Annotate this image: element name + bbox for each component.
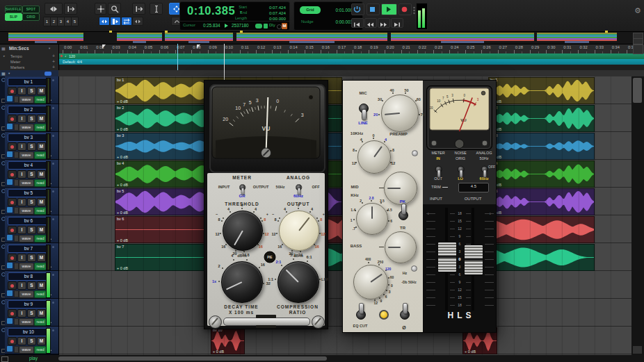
- track-view-selector[interactable]: wave: [19, 207, 34, 215]
- track-name[interactable]: bv 5: [8, 189, 49, 197]
- transport-menu-icon[interactable]: [413, 5, 415, 13]
- track-view-selector[interactable]: wave: [19, 151, 34, 159]
- v-scrollbar-handle[interactable]: [633, 78, 642, 103]
- expander-icon[interactable]: ▸: [3, 54, 5, 58]
- track-header[interactable]: bv 1ISMwaveread: [5, 76, 59, 105]
- timeline-ruler[interactable]: 0:000:010:020:030:040:050:060:070:080:09…: [58, 44, 644, 54]
- play-button[interactable]: [381, 3, 397, 15]
- record-arm-button[interactable]: [8, 337, 17, 345]
- pie-decay-knob[interactable]: [221, 261, 263, 303]
- mute-button[interactable]: M: [37, 87, 46, 95]
- track-view-selector[interactable]: wave: [19, 290, 34, 298]
- input-monitor-button[interactable]: I: [17, 170, 26, 179]
- tab-to-transient-button[interactable]: [132, 17, 143, 26]
- record-arm-button[interactable]: [8, 198, 17, 206]
- record-arm-button[interactable]: [8, 170, 17, 179]
- record-arm-button[interactable]: [8, 87, 17, 95]
- track-view-selector[interactable]: wave: [19, 96, 34, 104]
- elastic-audio-icon[interactable]: [14, 96, 19, 103]
- zoom-toggle-buttons[interactable]: [45, 3, 63, 15]
- audio-clip[interactable]: bv 3+ 0 dB: [488, 133, 595, 160]
- mute-button[interactable]: M: [37, 309, 46, 318]
- v-scrollbar-button[interactable]: [633, 346, 642, 354]
- timebase-icon[interactable]: [7, 318, 13, 324]
- zoom-preset-5[interactable]: 5: [71, 17, 79, 26]
- track-menu-dot[interactable]: [52, 246, 54, 248]
- chevron-down-icon[interactable]: ▾: [49, 47, 50, 50]
- mute-button[interactable]: M: [37, 170, 46, 179]
- hls-10khz-knob[interactable]: [357, 140, 391, 174]
- h-scrollbar[interactable]: play: [0, 355, 644, 362]
- track-name[interactable]: bv 1: [8, 78, 49, 86]
- elastic-audio-icon[interactable]: [14, 263, 19, 270]
- track-header[interactable]: bv 4ISMwaveread: [5, 160, 59, 188]
- solo-button[interactable]: S: [27, 281, 36, 290]
- universe-view-tab[interactable]: [188, 41, 209, 43]
- add-tempo-button[interactable]: +: [52, 54, 55, 58]
- go-to-end-button[interactable]: [391, 18, 403, 28]
- track-menu-dot[interactable]: [52, 274, 54, 276]
- track-menu-dot[interactable]: [52, 329, 54, 331]
- add-markers-button[interactable]: +: [52, 65, 55, 69]
- marker-dot-icon[interactable]: [165, 31, 168, 33]
- elastic-audio-icon[interactable]: [14, 290, 19, 297]
- input-monitor-button[interactable]: I: [17, 115, 26, 123]
- track-name[interactable]: bv 8: [8, 272, 49, 281]
- timebase-icon[interactable]: [7, 346, 13, 352]
- tempo-value[interactable]: 120: [69, 54, 75, 58]
- trimmer-tool-button[interactable]: [132, 3, 145, 15]
- track-name[interactable]: bv 4: [8, 161, 49, 170]
- track-view-selector[interactable]: wave: [19, 263, 34, 270]
- universe-clip-block[interactable]: [117, 33, 162, 41]
- hls-preamp-knob[interactable]: [381, 94, 419, 132]
- mute-button[interactable]: M: [37, 337, 46, 345]
- pie-ratio-knob[interactable]: [277, 261, 319, 303]
- h-scrollbar-handle[interactable]: [58, 356, 327, 361]
- timebase-icon[interactable]: [7, 96, 13, 101]
- automation-mode-button[interactable]: read: [34, 290, 47, 298]
- elastic-audio-icon[interactable]: [14, 151, 19, 158]
- universe-view-tab[interactable]: [35, 41, 57, 43]
- universe-clip-block[interactable]: [236, 33, 387, 41]
- timebase-icon[interactable]: [7, 151, 13, 157]
- universe-view-tab[interactable]: [565, 41, 589, 43]
- v-scrollbar[interactable]: [631, 76, 644, 355]
- universe-scroll-buttons[interactable]: [633, 38, 643, 44]
- input-monitor-button[interactable]: I: [17, 142, 26, 151]
- online-button[interactable]: [351, 3, 364, 15]
- link-timeline-edit-button[interactable]: [99, 17, 110, 26]
- mute-button[interactable]: M: [37, 281, 46, 290]
- timebase-icon[interactable]: [7, 263, 13, 268]
- elastic-audio-icon[interactable]: [14, 235, 19, 242]
- timebase-icon[interactable]: [7, 207, 13, 213]
- length-value[interactable]: 0:00.000: [250, 16, 286, 21]
- crosshair-tool-button[interactable]: [95, 3, 106, 15]
- solo-button[interactable]: S: [27, 115, 36, 123]
- record-arm-button[interactable]: [8, 226, 17, 234]
- hls-mid-freq-knob[interactable]: [356, 203, 388, 235]
- output-fader-handle[interactable]: [464, 245, 483, 275]
- track-name[interactable]: bv 10: [8, 328, 49, 336]
- track-header[interactable]: bv 10ISMwaveread: [5, 327, 59, 355]
- elastic-audio-icon[interactable]: [14, 207, 19, 214]
- record-arm-button[interactable]: [8, 254, 17, 262]
- grid-icon[interactable]: ▦: [1, 71, 6, 76]
- elastic-audio-icon[interactable]: [14, 318, 19, 325]
- track-name[interactable]: bv 2: [8, 106, 49, 114]
- automation-mode-button[interactable]: read: [34, 346, 47, 354]
- edit-mode-spot[interactable]: SPOT: [22, 6, 40, 13]
- auto-badge[interactable]: [255, 24, 262, 28]
- input-monitor-button[interactable]: I: [17, 254, 26, 262]
- record-arm-button[interactable]: [8, 281, 17, 290]
- track-header[interactable]: bv 7ISMwaveread: [5, 243, 59, 272]
- track-menu-dot[interactable]: [52, 190, 54, 192]
- track-name[interactable]: bv 9: [8, 300, 49, 308]
- record-arm-button[interactable]: [8, 142, 17, 151]
- input-monitor-button[interactable]: I: [17, 281, 26, 290]
- solo-button[interactable]: S: [27, 198, 36, 206]
- pie-threshold-knob[interactable]: [223, 211, 263, 251]
- ruler-lane-tempo[interactable]: Tempo: [10, 54, 22, 58]
- hls-bass-gain-knob[interactable]: [385, 231, 417, 263]
- track-header[interactable]: bv 2ISMwaveread: [5, 104, 59, 133]
- marker-dot-icon[interactable]: [109, 31, 112, 33]
